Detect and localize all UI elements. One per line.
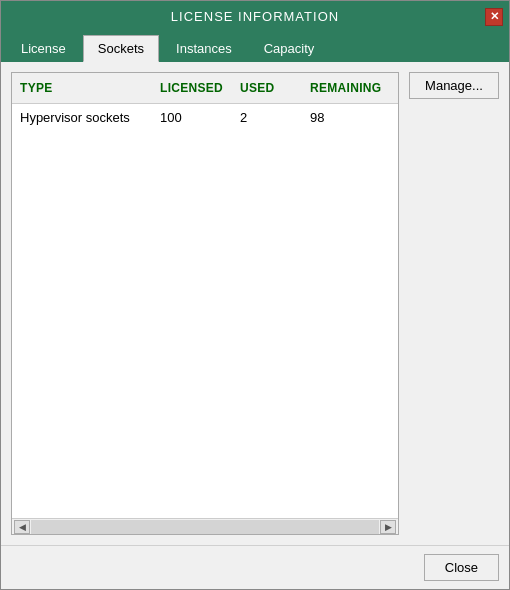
cell-licensed: 100 bbox=[152, 107, 232, 128]
content-area: TYPE LICENSED USED REMAINING Hypervisor … bbox=[1, 62, 509, 545]
table-header: TYPE LICENSED USED REMAINING bbox=[12, 73, 398, 104]
tab-bar: License Sockets Instances Capacity bbox=[1, 32, 509, 62]
column-header-remaining: REMAINING bbox=[302, 77, 399, 99]
title-bar: LICENSE INFORMATION ✕ bbox=[1, 1, 509, 32]
cell-type: Hypervisor sockets bbox=[12, 107, 152, 128]
horizontal-scrollbar[interactable]: ◀ ▶ bbox=[12, 518, 398, 534]
license-information-window: LICENSE INFORMATION ✕ License Sockets In… bbox=[0, 0, 510, 590]
cell-used: 2 bbox=[232, 107, 302, 128]
column-header-used: USED bbox=[232, 77, 302, 99]
tab-license[interactable]: License bbox=[6, 35, 81, 62]
tab-instances[interactable]: Instances bbox=[161, 35, 247, 62]
scroll-right-button[interactable]: ▶ bbox=[380, 520, 396, 534]
footer: Close bbox=[1, 545, 509, 589]
side-panel: Manage... bbox=[409, 72, 499, 535]
tab-capacity[interactable]: Capacity bbox=[249, 35, 330, 62]
scroll-track[interactable] bbox=[31, 520, 379, 534]
cell-remaining: 98 bbox=[302, 107, 398, 128]
table-row[interactable]: Hypervisor sockets 100 2 98 bbox=[12, 104, 398, 131]
tab-sockets[interactable]: Sockets bbox=[83, 35, 159, 62]
table-body: Hypervisor sockets 100 2 98 bbox=[12, 104, 398, 518]
window-close-button[interactable]: ✕ bbox=[485, 8, 503, 26]
manage-button[interactable]: Manage... bbox=[409, 72, 499, 99]
column-header-type: TYPE bbox=[12, 77, 152, 99]
scroll-left-button[interactable]: ◀ bbox=[14, 520, 30, 534]
close-button[interactable]: Close bbox=[424, 554, 499, 581]
column-header-licensed: LICENSED bbox=[152, 77, 232, 99]
window-title: LICENSE INFORMATION bbox=[9, 9, 501, 24]
table-section: TYPE LICENSED USED REMAINING Hypervisor … bbox=[11, 72, 399, 535]
